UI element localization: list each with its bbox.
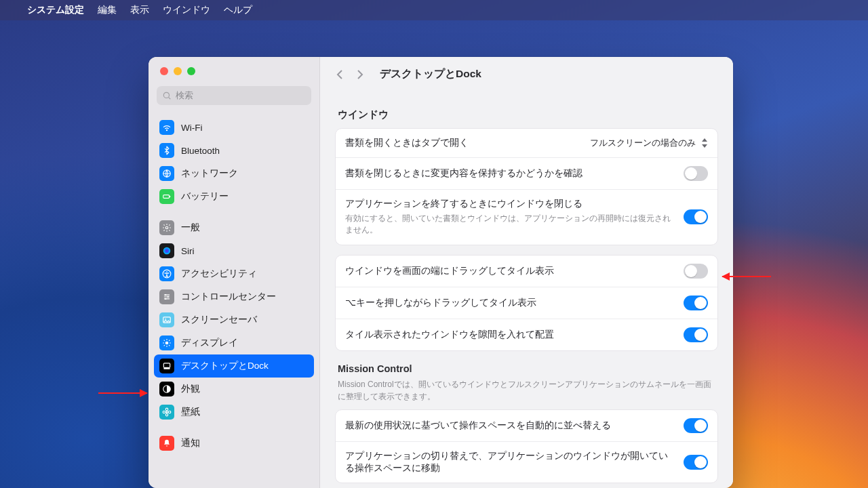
panel-window-1: 書類を開くときはタブで開く フルスクリーンの場合のみ 書類を閉じるときに変更内容… — [335, 128, 718, 245]
forward-button[interactable] — [355, 67, 365, 82]
sidebar-item-bell[interactable]: 通知 — [154, 432, 314, 455]
panel-mission-control: 最新の使用状況に基づいて操作スペースを自動的に並べ替える アプリケーションの切り… — [335, 409, 718, 483]
sidebar-item-label: 壁紙 — [181, 406, 200, 418]
svg-line-1 — [169, 98, 171, 100]
menubar-item[interactable]: ヘルプ — [224, 4, 252, 16]
svg-point-6 — [163, 247, 171, 255]
section-desc-mission-control: Mission Controlでは、開いているウインドウとフルスクリーンアプリケ… — [338, 378, 715, 403]
system-settings-window: 検索 Wi-FiBluetoothネットワークバッテリー一般Siriアクセシビリ… — [149, 57, 733, 488]
sidebar-item-label: ネットワーク — [181, 167, 238, 180]
sidebar-item-bluetooth[interactable]: Bluetooth — [154, 139, 314, 162]
gear-icon — [159, 220, 174, 235]
search-input[interactable]: 検索 — [157, 86, 311, 105]
sidebar-list: Wi-FiBluetoothネットワークバッテリー一般Siriアクセシビリティコ… — [149, 112, 319, 464]
sidebar-item-battery[interactable]: バッテリー — [154, 185, 314, 208]
sidebar-item-label: Wi-Fi — [181, 123, 202, 133]
menubar-item[interactable]: ウインドウ — [163, 4, 210, 16]
sliders-icon — [159, 289, 174, 304]
svg-point-10 — [167, 296, 169, 298]
svg-point-22 — [168, 411, 171, 413]
sidebar-item-dock[interactable]: デスクトップとDock — [154, 354, 314, 378]
access-icon — [159, 266, 174, 281]
section-title-mission-control: Mission Control — [338, 363, 715, 374]
sidebar-item-gear[interactable]: 一般 — [154, 216, 314, 239]
svg-point-18 — [165, 411, 168, 413]
row-opt-tile: ⌥キーを押しながらドラッグしてタイル表示 — [336, 287, 717, 319]
menubar: システム設定 編集 表示 ウインドウ ヘルプ — [0, 0, 868, 20]
sidebar-item-label: アクセシビリティ — [181, 268, 257, 280]
sidebar-item-globe[interactable]: ネットワーク — [154, 162, 314, 185]
row-close-on-quit: アプリケーションを終了するときにウインドウを閉じる 有効にすると、開いていた書類… — [336, 189, 717, 245]
toggle-mc-auto-rearrange[interactable] — [684, 418, 708, 433]
sidebar-item-sun[interactable]: ディスプレイ — [154, 331, 314, 354]
bluetooth-icon — [159, 143, 174, 158]
bell-icon — [159, 436, 174, 451]
menubar-app-name[interactable]: システム設定 — [27, 4, 84, 16]
row-mc-switch-space: アプリケーションの切り替えで、アプリケーションのウインドウが開いている操作スペー… — [336, 441, 717, 483]
window-traffic-lights — [149, 57, 319, 82]
sidebar-item-access[interactable]: アクセシビリティ — [154, 262, 314, 285]
content-scroll[interactable]: ウインドウ 書類を開くときはタブで開く フルスクリーンの場合のみ 書類を閉じると… — [320, 92, 733, 488]
battery-icon — [159, 189, 174, 204]
sidebar-item-contrast[interactable]: 外観 — [154, 378, 314, 401]
back-button[interactable] — [335, 67, 344, 82]
svg-point-19 — [165, 408, 168, 411]
row-tile-margin: タイル表示されたウインドウを隙間を入れて配置 — [336, 319, 717, 350]
close-icon[interactable] — [160, 67, 168, 75]
toggle-close-on-quit[interactable] — [684, 209, 708, 224]
sidebar-item-siri[interactable]: Siri — [154, 239, 314, 262]
svg-point-11 — [165, 298, 166, 300]
sidebar-item-label: コントロールセンター — [181, 291, 276, 303]
svg-point-13 — [165, 319, 166, 320]
sidebar-item-label: Bluetooth — [181, 146, 220, 156]
sun-icon — [159, 336, 174, 350]
sidebar-item-label: スクリーンセーバ — [181, 314, 257, 326]
svg-point-0 — [163, 92, 169, 98]
svg-rect-4 — [170, 196, 170, 197]
sidebar-item-sliders[interactable]: コントロールセンター — [154, 285, 314, 308]
svg-rect-3 — [163, 195, 170, 199]
sidebar-item-label: バッテリー — [181, 190, 229, 203]
toggle-tile-margin[interactable] — [684, 327, 708, 342]
row-mc-auto-rearrange: 最新の使用状況に基づいて操作スペースを自動的に並べ替える — [336, 410, 717, 441]
row-open-in-tabs: 書類を開くときはタブで開く フルスクリーンの場合のみ — [336, 129, 717, 157]
section-title-window: ウインドウ — [338, 108, 715, 121]
menubar-item[interactable]: 表示 — [130, 4, 149, 16]
sidebar-item-wifi[interactable]: Wi-Fi — [154, 116, 314, 139]
open-in-tabs-select[interactable]: フルスクリーンの場合のみ — [590, 137, 708, 149]
sidebar-item-label: Siri — [181, 246, 195, 256]
svg-point-20 — [165, 413, 168, 416]
panel-window-tiling: ウインドウを画面の端にドラッグしてタイル表示 ⌥キーを押しながらドラッグしてタイ… — [335, 255, 718, 351]
sidebar-item-label: ディスプレイ — [181, 337, 238, 349]
row-drag-tile: ウインドウを画面の端にドラッグしてタイル表示 — [336, 256, 717, 287]
search-icon — [162, 91, 172, 100]
wifi-icon — [159, 120, 174, 135]
svg-rect-16 — [163, 368, 170, 369]
search-placeholder: 検索 — [176, 89, 193, 102]
contrast-icon — [159, 382, 174, 396]
toggle-ask-keep-changes[interactable] — [684, 166, 708, 181]
toggle-mc-switch-space[interactable] — [684, 455, 708, 470]
sidebar-item-photo[interactable]: スクリーンセーバ — [154, 308, 314, 331]
sidebar: 検索 Wi-FiBluetoothネットワークバッテリー一般Siriアクセシビリ… — [149, 57, 320, 488]
toggle-drag-tile[interactable] — [684, 264, 708, 279]
photo-icon — [159, 312, 174, 327]
svg-point-21 — [163, 411, 165, 413]
content-pane: デスクトップとDock ウインドウ 書類を開くときはタブで開く フルスクリーンの… — [320, 57, 733, 488]
toggle-opt-tile[interactable] — [684, 296, 708, 310]
minimize-icon[interactable] — [174, 67, 182, 75]
fullscreen-icon[interactable] — [187, 67, 195, 75]
svg-point-14 — [165, 342, 169, 345]
sidebar-item-flower[interactable]: 壁紙 — [154, 401, 314, 424]
annotation-arrow-left — [98, 392, 147, 394]
annotation-arrow-right — [722, 276, 771, 277]
menubar-item[interactable]: 編集 — [98, 4, 117, 16]
svg-point-9 — [165, 294, 166, 296]
globe-icon — [159, 166, 174, 181]
siri-icon — [159, 243, 174, 258]
svg-point-8 — [166, 271, 167, 272]
content-titlebar: デスクトップとDock — [320, 57, 733, 92]
sidebar-item-label: 通知 — [181, 437, 200, 449]
chevron-updown-icon — [701, 138, 708, 148]
svg-rect-15 — [163, 363, 170, 367]
